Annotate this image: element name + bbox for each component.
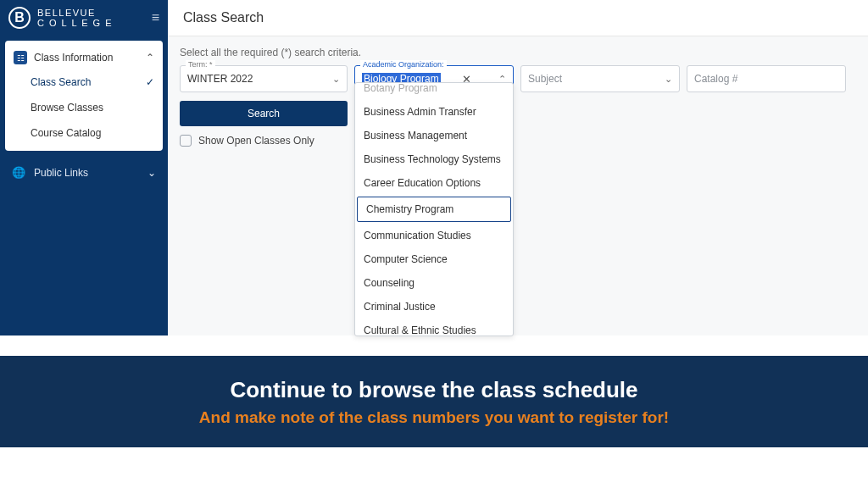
sidebar: B BELLEVUE C O L L E G E ≡ ☷ Class Infor… (0, 0, 168, 336)
org-option[interactable]: Business Admin Transfer (355, 100, 513, 124)
chevron-up-icon: ⌃ (146, 52, 154, 64)
instruction-text: Select all the required (*) search crite… (180, 47, 856, 58)
nav-item-label: Class Search (31, 76, 91, 88)
term-value: WINTER 2022 (187, 73, 253, 85)
org-option[interactable]: Computer Science (355, 247, 513, 271)
search-panel: Select all the required (*) search crite… (168, 36, 868, 336)
org-dropdown: Botany ProgramBusiness Admin TransferBus… (354, 82, 514, 336)
nav-item-course-catalog[interactable]: Course Catalog (5, 120, 163, 146)
nav-item-class-search[interactable]: Class Search ✓ (5, 69, 163, 95)
spacer (0, 336, 868, 356)
nav-item-label: Browse Classes (31, 102, 103, 114)
open-only-label: Show Open Classes Only (198, 135, 314, 147)
catalog-placeholder: Catalog # (694, 73, 737, 85)
org-dropdown-list[interactable]: Botany ProgramBusiness Admin TransferBus… (355, 83, 513, 336)
org-option[interactable]: Business Technology Systems (355, 147, 513, 171)
nav-section-label: Class Information (34, 52, 113, 64)
org-option[interactable]: Communication Studies (355, 224, 513, 247)
nav-item-browse-classes[interactable]: Browse Classes (5, 95, 163, 120)
banner-subheading: And make note of the class numbers you w… (199, 408, 669, 427)
logo-line1: BELLEVUE (37, 8, 113, 18)
chevron-down-icon: ⌄ (665, 74, 672, 85)
public-links-label: Public Links (34, 167, 88, 179)
subject-placeholder: Subject (528, 73, 562, 85)
org-option[interactable]: Cultural & Ethnic Studies (355, 319, 513, 336)
logo-mark: B (8, 7, 31, 29)
logo-line2: C O L L E G E (37, 18, 113, 28)
nav-card: ☷ Class Information ⌃ Class Search ✓ Bro… (5, 41, 163, 151)
chevron-down-icon: ⌄ (147, 167, 156, 179)
org-option[interactable]: Career Education Options (355, 171, 513, 195)
open-only-row[interactable]: Show Open Classes Only (180, 135, 348, 147)
org-option[interactable]: Criminal Justice (355, 295, 513, 319)
org-label: Academic Organization: (360, 60, 447, 69)
subject-select[interactable]: Subject ⌄ (520, 65, 680, 92)
logo-text: BELLEVUE C O L L E G E (37, 8, 113, 28)
logo-row: B BELLEVUE C O L L E G E ≡ (0, 0, 168, 36)
class-info-icon: ☷ (14, 51, 27, 64)
org-option[interactable]: Counseling (355, 271, 513, 295)
term-label: Term: * (186, 60, 215, 69)
org-option[interactable]: Business Management (355, 124, 513, 147)
chevron-down-icon: ⌄ (332, 74, 340, 85)
filter-row: Term: * WINTER 2022 ⌄ Search Show Open C… (180, 65, 856, 147)
globe-icon: 🌐 (12, 166, 25, 179)
page-title: Class Search (168, 0, 868, 36)
nav-section-header[interactable]: ☷ Class Information ⌃ (5, 46, 163, 69)
banner-heading: Continue to browse the class schedule (230, 377, 637, 403)
public-links[interactable]: 🌐 Public Links ⌄ (0, 158, 168, 187)
menu-toggle-icon[interactable]: ≡ (152, 10, 159, 25)
check-icon: ✓ (146, 76, 154, 88)
org-option[interactable]: Botany Program (355, 83, 513, 100)
open-only-checkbox[interactable] (180, 135, 192, 147)
main: Class Search Select all the required (*)… (168, 0, 868, 336)
org-option[interactable]: Chemistry Program (357, 197, 511, 222)
nav-item-label: Course Catalog (31, 127, 101, 139)
info-banner: Continue to browse the class schedule An… (0, 356, 868, 447)
search-button[interactable]: Search (180, 101, 348, 126)
term-select[interactable]: Term: * WINTER 2022 ⌄ (180, 65, 348, 92)
catalog-input[interactable]: Catalog # (687, 65, 846, 92)
